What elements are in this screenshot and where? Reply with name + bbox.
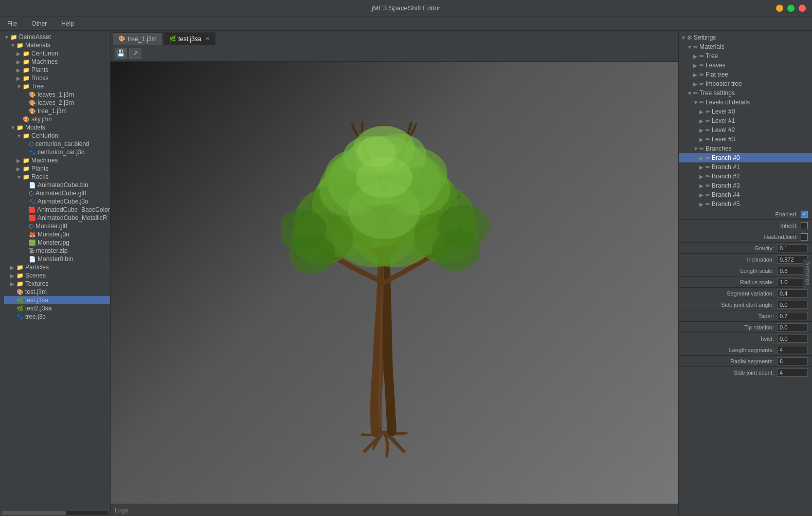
- sidebar-item-demoasset[interactable]: ▼ 📁 DemoAsset: [4, 33, 110, 41]
- save-icon: 💾: [117, 49, 125, 57]
- menu-help[interactable]: Help: [58, 19, 77, 28]
- prop-sidejointcount: Side joint count: 4: [679, 367, 812, 378]
- panel-branches[interactable]: ▼ ✏ Branches: [679, 144, 812, 153]
- tab-tree1j3m[interactable]: 🎨 tree_1.j3m: [113, 32, 163, 45]
- sidebar: ▼ 📁 DemoAsset ▼ 📁 Materials ▶ 📁 Centurio…: [0, 31, 111, 516]
- asset-tree-scroll[interactable]: ▼ 📁 DemoAsset ▼ 📁 Materials ▶ 📁 Centurio…: [0, 31, 110, 510]
- sidebar-item-animcubebase[interactable]: 🟥 AnimatedCube_BaseColor: [4, 206, 110, 214]
- sidebar-item-testj3sa[interactable]: 🌿 test.j3sa: [4, 296, 110, 304]
- panel-levels[interactable]: ▼ ✏ Levels of details: [679, 98, 812, 107]
- tab-testj3sa-icon: 🌿: [169, 35, 176, 42]
- sidebar-item-centurion2[interactable]: ▼ 📁 Centurion: [4, 132, 110, 140]
- content-area: 🎨 tree_1.j3m 🌿 test.j3sa ✕ 💾 ↗: [111, 31, 678, 516]
- prop-lengthseg-label: Length segments:: [683, 347, 777, 353]
- settings-tree: ▼ ⚙ Settings ▼ ✏ Materials ▶ ✏ Tree ▶ ✏: [679, 31, 812, 516]
- panel-level2[interactable]: ▶ ✏ Level #2: [679, 125, 812, 135]
- enabled-checkbox[interactable]: ✓: [801, 211, 808, 218]
- sidebar-item-centurion1[interactable]: ▶ 📁 Centurion: [4, 49, 110, 58]
- sidebar-item-testj3m[interactable]: 🎨 test.j3m: [4, 288, 110, 296]
- sidebar-item-animcubebin[interactable]: 📄 AnimatedCube.bin: [4, 181, 110, 189]
- panel-branch1[interactable]: ▶ ✏ Branch #1: [679, 162, 812, 172]
- save-button[interactable]: 💾: [115, 48, 127, 59]
- sidebar-item-monster0bin[interactable]: 📄 Monster0.bin: [4, 255, 110, 263]
- sidebar-item-leaves1j3m[interactable]: 🎨 leaves_1.j3m: [4, 90, 110, 99]
- panel-level0[interactable]: ▶ ✏ Level #0: [679, 107, 812, 116]
- prop-twist-value[interactable]: 0.0: [777, 335, 808, 343]
- sidebar-item-scenes[interactable]: ▶ 📁 Scenes: [4, 271, 110, 280]
- panel-mat-flat[interactable]: ▶ ✏ Flat tree: [679, 70, 812, 79]
- sidebar-item-rocks2[interactable]: ▼ 📁 Rocks: [4, 173, 110, 181]
- prop-tiprotation-value[interactable]: 0.0: [777, 323, 808, 331]
- panel-branch2[interactable]: ▶ ✏ Branch #2: [679, 172, 812, 181]
- panel-level1[interactable]: ▶ ✏ Level #1: [679, 116, 812, 125]
- prop-segmentvar-value[interactable]: 0.4: [777, 289, 808, 298]
- sidebar-item-particles[interactable]: ▶ 📁 Particles: [4, 263, 110, 271]
- prop-twist-label: Twist:: [683, 336, 777, 342]
- sidebar-item-machines1[interactable]: ▶ 📁 Machines: [4, 58, 110, 66]
- svg-point-24: [357, 136, 396, 167]
- tab-testj3sa[interactable]: 🌿 test.j3sa ✕: [164, 32, 216, 45]
- panel-branch4[interactable]: ▶ ✏ Branch #4: [679, 190, 812, 199]
- sidebar-item-textures[interactable]: ▶ 📁 Textures: [4, 280, 110, 288]
- panel-materials[interactable]: ▼ ✏ Materials: [679, 42, 812, 51]
- panel-mat-leaves[interactable]: ▶ ✏ Leaves: [679, 61, 812, 70]
- menu-file[interactable]: File: [4, 19, 20, 28]
- prop-taper: Taper: 0.7: [679, 310, 812, 322]
- prop-inherit-label: Inherit:: [683, 223, 801, 229]
- sidebar-item-animcubej3o[interactable]: 🐾 AnimatedCube.j3o: [4, 197, 110, 206]
- sidebar-item-plants1[interactable]: ▶ 📁 Plants: [4, 66, 110, 74]
- tab-close-button[interactable]: ✕: [205, 35, 210, 42]
- export-icon: ↗: [133, 49, 138, 57]
- sidebar-item-animcubemetal[interactable]: 🟥 AnimatedCube_MetallicR: [4, 214, 110, 222]
- sidebar-item-tree1j3m[interactable]: 🎨 tree_1.j3m: [4, 107, 110, 115]
- prop-radialseg-value[interactable]: 6: [777, 357, 808, 365]
- sidebar-item-monsterjpg[interactable]: 🟩 Monster.jpg: [4, 238, 110, 247]
- sidebar-item-monstergltf[interactable]: ⬡ Monster.gltf: [4, 222, 110, 230]
- hasendjoint-checkbox[interactable]: [801, 233, 808, 241]
- sidebar-item-tree1[interactable]: ▼ 📁 Tree: [4, 82, 110, 90]
- panel-mat-tree[interactable]: ▶ ✏ Tree: [679, 51, 812, 61]
- panel-branch3[interactable]: ▶ ✏ Branch #3: [679, 181, 812, 190]
- sidebar-item-models[interactable]: ▼ 📁 Models: [4, 123, 110, 132]
- sidebar-item-animcubegltf[interactable]: ⬡ AnimatedCube.gltf: [4, 189, 110, 197]
- menu-other[interactable]: Other: [28, 19, 50, 28]
- sidebar-item-monsterj3o[interactable]: 🦊 Monster.j3o: [4, 230, 110, 238]
- prop-sidejointcount-value[interactable]: 4: [777, 368, 808, 377]
- export-button[interactable]: ↗: [129, 48, 141, 59]
- sidebar-item-rocks1[interactable]: ▶ 📁 Rocks: [4, 74, 110, 82]
- main-layout: ▼ 📁 DemoAsset ▼ 📁 Materials ▶ 📁 Centurio…: [0, 31, 812, 516]
- sidebar-scrollbar[interactable]: [2, 511, 108, 515]
- sidebar-item-plants2[interactable]: ▶ 📁 Plants: [4, 164, 110, 173]
- panel-branch5[interactable]: ▶ ✏ Branch #5: [679, 199, 812, 209]
- panel-mat-imposter[interactable]: ▶ ✏ Imposter tree: [679, 79, 812, 88]
- prop-sidejointstart-label: Side joint start angle:: [683, 302, 777, 308]
- sidebar-item-skyj3m[interactable]: 🎨 sky.j3m: [4, 115, 110, 123]
- logs-bar: Logs: [111, 504, 678, 516]
- prop-sidejointstart-value[interactable]: 0.0: [777, 301, 808, 309]
- prop-inherit: Inherit:: [679, 220, 812, 231]
- sidebar-item-monsterzip[interactable]: 🗜 monster.zip: [4, 247, 110, 255]
- close-button[interactable]: [799, 5, 806, 12]
- prop-hasendjoint: HasEndJoint:: [679, 231, 812, 243]
- sidebar-item-machines2[interactable]: ▶ 📁 Machines: [4, 156, 110, 164]
- sidebar-item-centurionblend[interactable]: ⬡ centurion_car.blend: [4, 140, 110, 148]
- sidebar-item-test2j3sa[interactable]: 🌿 test2.j3sa: [4, 304, 110, 312]
- panel-level3[interactable]: ▶ ✏ Level #3: [679, 135, 812, 144]
- sidebar-item-centurionj3o[interactable]: 🐾 centurion_car.j3o: [4, 148, 110, 156]
- inherit-checkbox[interactable]: [801, 222, 808, 229]
- prop-taper-value[interactable]: 0.7: [777, 312, 808, 320]
- svg-point-21: [438, 205, 490, 248]
- prop-inclination: Inclination: 0.872: [679, 254, 812, 265]
- panel-tree-settings[interactable]: ▼ ✏ Tree settings: [679, 88, 812, 98]
- settings-tab[interactable]: Settings: [803, 259, 812, 288]
- sidebar-item-treej3o[interactable]: 🐾 tree.j3o: [4, 312, 110, 321]
- panel-settings[interactable]: ▼ ⚙ Settings: [679, 33, 812, 42]
- sidebar-item-materials[interactable]: ▼ 📁 Materials: [4, 41, 110, 49]
- panel-branch0[interactable]: ▶ ✏ Branch #0: [679, 153, 812, 162]
- prop-inclination-label: Inclination:: [683, 256, 777, 263]
- minimize-button[interactable]: [776, 5, 783, 12]
- prop-gravity-value[interactable]: 0.1: [777, 244, 808, 252]
- sidebar-item-leaves2j3m[interactable]: 🎨 leaves_2.j3m: [4, 99, 110, 107]
- prop-lengthseg-value[interactable]: 4: [777, 346, 808, 354]
- maximize-button[interactable]: [787, 5, 795, 12]
